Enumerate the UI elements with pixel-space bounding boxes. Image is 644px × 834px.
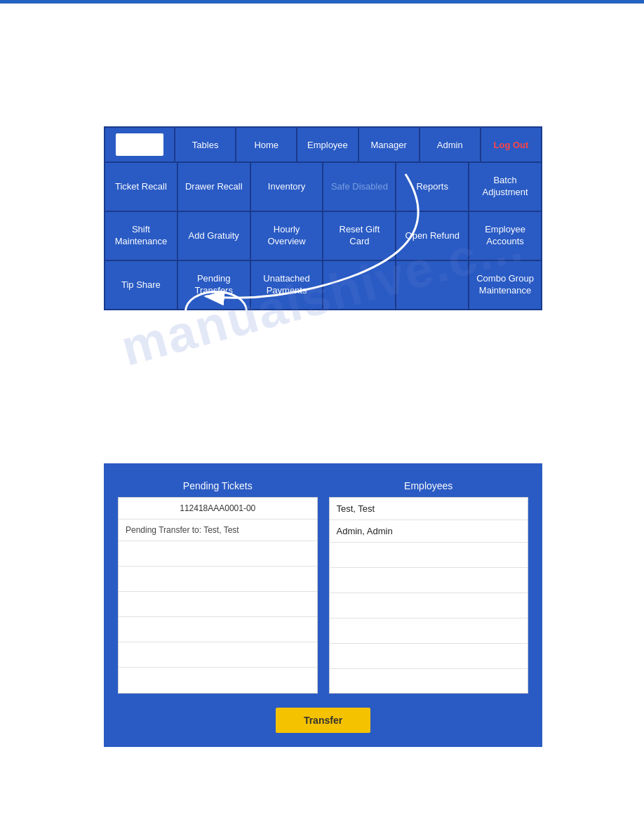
- reset-gift-card-cell[interactable]: Reset Gift Card: [323, 212, 396, 260]
- batch-adjustment-cell[interactable]: Batch Adjustment: [469, 163, 541, 211]
- top-accent-line: [0, 0, 644, 4]
- list-item: [330, 543, 528, 568]
- list-item: [119, 567, 317, 592]
- nav-panel: Tables Home Employee Manager Admin Log O…: [104, 126, 542, 310]
- hourly-overview-cell[interactable]: Hourly Overview: [251, 212, 324, 260]
- list-item: [330, 644, 528, 669]
- empty-cell-1: [323, 261, 396, 309]
- lower-panel: Pending Tickets 112418AAA0001-00 Pending…: [104, 463, 542, 747]
- ticket-sub-item[interactable]: Pending Transfer to: Test, Test: [119, 519, 317, 541]
- list-item: [330, 568, 528, 593]
- nav-logo-cell: [105, 128, 175, 161]
- ticket-recall-cell[interactable]: Ticket Recall: [105, 163, 178, 211]
- empty-cell-2: [396, 261, 469, 309]
- shift-maintenance-cell[interactable]: Shift Maintenance: [105, 212, 178, 260]
- nav-row-1: Ticket Recall Drawer Recall Inventory Sa…: [105, 163, 541, 212]
- reports-cell[interactable]: Reports: [396, 163, 469, 211]
- list-item: [119, 617, 317, 642]
- open-refund-cell[interactable]: Open Refund: [396, 212, 469, 260]
- transfer-btn-row: Transfer: [118, 708, 528, 733]
- employees-title: Employees: [329, 480, 529, 491]
- list-item: [330, 618, 528, 644]
- inventory-cell[interactable]: Inventory: [251, 163, 324, 211]
- list-item: [330, 593, 528, 618]
- safe-disabled-cell[interactable]: Safe Disabled: [323, 163, 396, 211]
- employees-list: Test, Test Admin, Admin: [329, 497, 529, 694]
- employee-item[interactable]: Admin, Admin: [330, 520, 528, 543]
- tables-btn[interactable]: Tables: [175, 128, 236, 161]
- tip-share-cell[interactable]: Tip Share: [105, 261, 178, 309]
- employee-item[interactable]: Test, Test: [330, 498, 528, 520]
- list-item: [119, 541, 317, 567]
- pending-tickets-col: Pending Tickets 112418AAA0001-00 Pending…: [118, 480, 318, 694]
- pending-transfers-cell[interactable]: Pending Transfers: [178, 261, 251, 309]
- pending-tickets-list: 112418AAA0001-00 Pending Transfer to: Te…: [118, 497, 318, 694]
- list-item: [119, 592, 317, 617]
- ticket-id-item[interactable]: 112418AAA0001-00: [119, 498, 317, 519]
- nav-logo-box: [116, 133, 163, 156]
- logout-btn[interactable]: Log Out: [481, 128, 541, 161]
- admin-btn[interactable]: Admin: [420, 128, 481, 161]
- employee-btn[interactable]: Employee: [297, 128, 358, 161]
- manager-btn[interactable]: Manager: [359, 128, 420, 161]
- transfer-button[interactable]: Transfer: [276, 708, 370, 733]
- lower-columns: Pending Tickets 112418AAA0001-00 Pending…: [118, 480, 528, 694]
- pending-tickets-title: Pending Tickets: [118, 480, 318, 491]
- home-btn[interactable]: Home: [236, 128, 297, 161]
- nav-row-3: Tip Share Pending Transfers Unattached P…: [105, 261, 541, 309]
- employee-accounts-cell[interactable]: Employee Accounts: [469, 212, 541, 260]
- list-item: [119, 642, 317, 668]
- nav-row-2: Shift Maintenance Add Gratuity Hourly Ov…: [105, 212, 541, 261]
- employees-col: Employees Test, Test Admin, Admin: [329, 480, 529, 694]
- unattached-payments-cell[interactable]: Unattached Payments: [251, 261, 324, 309]
- combo-group-maintenance-cell[interactable]: Combo Group Maintenance: [469, 261, 541, 309]
- nav-top-row: Tables Home Employee Manager Admin Log O…: [105, 128, 541, 163]
- add-gratuity-cell[interactable]: Add Gratuity: [178, 212, 251, 260]
- drawer-recall-cell[interactable]: Drawer Recall: [178, 163, 251, 211]
